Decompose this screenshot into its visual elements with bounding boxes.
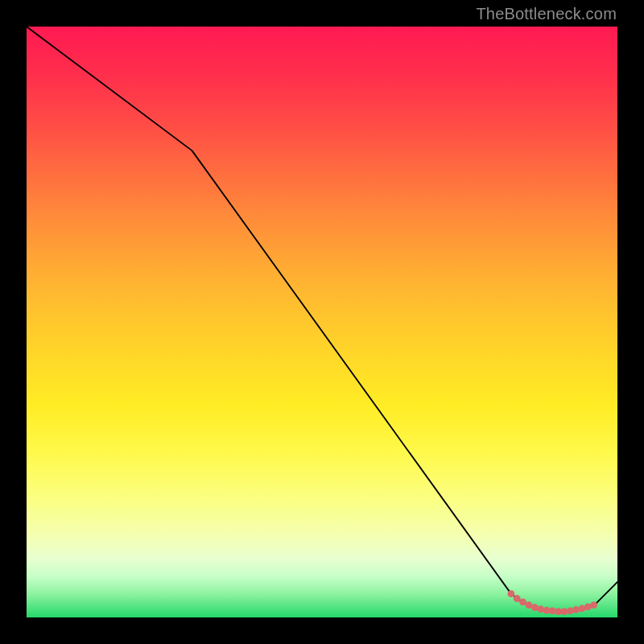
watermark-text: TheBottleneck.com xyxy=(476,5,617,23)
curve-polyline xyxy=(27,27,617,612)
marker-dot xyxy=(590,601,597,609)
marker-dot xyxy=(537,605,544,613)
curve-series xyxy=(27,27,617,612)
chart-svg xyxy=(27,27,617,617)
marker-dot xyxy=(572,606,580,613)
marker-dot xyxy=(514,595,521,602)
marker-dot xyxy=(507,590,514,597)
plot-area xyxy=(27,27,617,617)
marker-group xyxy=(507,590,597,615)
chart-frame: TheBottleneck.com xyxy=(0,0,644,644)
marker-dot xyxy=(567,608,574,615)
